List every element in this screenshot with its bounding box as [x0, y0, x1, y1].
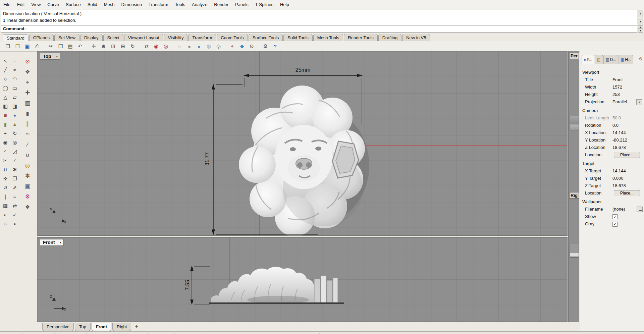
place-button[interactable]: Place...	[614, 190, 640, 196]
gumball-icon[interactable]: ◆	[237, 42, 247, 51]
open-file-icon[interactable]: ❒	[13, 42, 22, 51]
chamfer-icon[interactable]: ◿	[10, 147, 19, 156]
zoom-window-icon[interactable]: ⊡	[109, 42, 118, 51]
copy-object-icon[interactable]: ❐	[10, 174, 19, 183]
orient-icon[interactable]: ⇄	[10, 201, 19, 210]
viewport-label-top[interactable]: Top ▼	[40, 53, 60, 60]
prop-value-filename[interactable]: (none)	[612, 206, 625, 213]
explode-icon[interactable]: ✱	[10, 165, 19, 174]
pipe-icon[interactable]: ▮	[22, 108, 33, 119]
menu-solid[interactable]: Solid	[84, 1, 101, 8]
toolbar-tab-cplanes[interactable]: CPlanes	[29, 34, 54, 41]
array-icon[interactable]: ▦	[1, 201, 10, 210]
new-viewport-tab-button[interactable]: ✚	[135, 324, 138, 329]
ghosted-display-icon[interactable]: ◍	[204, 42, 213, 51]
command-input-scrollbar[interactable]: ▲ ▼	[638, 25, 643, 33]
toggle-filter[interactable]: Filter	[357, 333, 375, 334]
prop-show-checkbox[interactable]: ✓	[612, 214, 618, 219]
scroll-up-button[interactable]: ▲	[638, 10, 643, 17]
menu-transform[interactable]: Transform	[145, 1, 172, 8]
snapshot-icon[interactable]: ▣	[22, 181, 33, 191]
save-icon[interactable]: ▣	[23, 42, 32, 51]
polyline-icon[interactable]: ╱	[1, 65, 10, 74]
revolve-icon[interactable]: ↻	[10, 129, 19, 138]
viewport-menu-arrow-icon[interactable]: ▼	[58, 240, 63, 244]
menu-help[interactable]: Help	[277, 1, 292, 8]
panel-options-gear-icon[interactable]: ⚙	[639, 56, 643, 61]
panel-tab-layers[interactable]: ◧	[595, 55, 603, 64]
scroll-up-button[interactable]: ▲	[638, 25, 643, 29]
prop-value-y-target[interactable]: 0.000	[612, 175, 624, 182]
toggle-grid-snap[interactable]: Grid Snap	[175, 333, 203, 334]
dimension-lines-front[interactable]	[37, 237, 568, 322]
prop-gray-checkbox[interactable]: ✓	[612, 222, 618, 227]
prop-value-z-location[interactable]: 18.678	[612, 144, 626, 151]
help-icon[interactable]: ?	[271, 42, 280, 51]
prop-value-height[interactable]: 253	[612, 91, 620, 98]
toolbar-tab-solid-tools[interactable]: Solid Tools	[283, 34, 313, 41]
menu-panels[interactable]: Panels	[232, 1, 252, 8]
toggle-record-history[interactable]: Record History	[320, 333, 357, 334]
right-view-thumbnail[interactable]	[570, 243, 579, 258]
panel-tab-properties[interactable]: ●P...	[582, 55, 594, 64]
tsplines-box-icon[interactable]: ❖	[22, 67, 33, 77]
toolbar-tab-set-view[interactable]: Set View	[54, 34, 79, 41]
rectangle-icon[interactable]: ▭	[10, 84, 19, 93]
tsplines-stop-icon[interactable]: ⊘	[22, 56, 33, 67]
boolean-union-icon[interactable]: ◉	[1, 138, 10, 147]
viewport-tab-perspective[interactable]: Perspective	[42, 323, 74, 331]
dimension-lines-top[interactable]	[37, 51, 568, 236]
print-icon[interactable]: ⎙	[33, 42, 42, 51]
join-icon[interactable]: ∪	[1, 165, 10, 174]
options-gear-icon[interactable]: ⚙	[261, 42, 270, 51]
collapsed-viewports-strip[interactable]: Per Rig	[568, 51, 579, 322]
toolbar-tab-select[interactable]: Select	[103, 34, 123, 41]
trim-icon[interactable]: ✂	[1, 156, 10, 165]
viewport-label-front[interactable]: Front ▼	[40, 239, 64, 246]
record-history-icon[interactable]: ⊙	[247, 42, 256, 51]
move-object-icon[interactable]: ✛	[1, 174, 10, 183]
zoom-dynamic-icon[interactable]: ⊕	[99, 42, 108, 51]
rotate-object-icon[interactable]: ↺	[1, 183, 10, 192]
analyze-direction-icon[interactable]: ✓	[10, 210, 19, 219]
plane-icon[interactable]: ▱	[10, 93, 19, 102]
settings-gear-icon[interactable]: ⚙	[22, 191, 33, 202]
render-preview-icon[interactable]: ◎	[161, 42, 170, 51]
hide-object-icon[interactable]: ◌	[1, 219, 10, 228]
pan-icon[interactable]: ✛	[89, 42, 98, 51]
prop-value-rotation[interactable]: 0.0	[612, 122, 619, 129]
match-surface-icon[interactable]: ≃	[22, 129, 33, 140]
viewport-tab-top[interactable]: Top	[75, 323, 91, 331]
prop-value-y-location[interactable]: -80.212	[612, 136, 627, 144]
prop-value-x-location[interactable]: 14.144	[612, 129, 626, 136]
menu-render[interactable]: Render	[211, 1, 232, 8]
toggle-planar[interactable]: Planar	[222, 333, 243, 334]
toolbar-tab-viewport-layout[interactable]: Viewport Layout	[124, 34, 163, 41]
boolean-difference-icon[interactable]: ◎	[10, 138, 19, 147]
lock-object-icon[interactable]: ▪	[10, 219, 19, 228]
toolbar-tab-visibility[interactable]: Visibility	[164, 34, 188, 41]
browse-filename-button[interactable]: ...	[637, 207, 643, 212]
weld-points-icon[interactable]: ∪	[22, 150, 33, 160]
render-icon[interactable]: ◉	[152, 42, 161, 51]
prop-value-z-target[interactable]: 18.678	[612, 182, 626, 189]
menu-dimension[interactable]: Dimension	[118, 1, 145, 8]
menu-tools[interactable]: Tools	[172, 1, 189, 8]
rendered-display-icon[interactable]: ●	[195, 42, 204, 51]
cplane-button[interactable]: CPlane	[0, 333, 23, 334]
toolbar-tab-curve-tools[interactable]: Curve Tools	[217, 34, 248, 41]
dimension-text-height[interactable]: 31.77	[204, 144, 210, 174]
scroll-down-button[interactable]: ▼	[638, 29, 643, 33]
split-icon[interactable]: ∕	[10, 156, 19, 165]
cone-icon[interactable]: ▲	[10, 120, 19, 129]
circle-icon[interactable]: ○	[1, 74, 10, 84]
edge-tools-icon[interactable]: ❖	[22, 202, 33, 212]
offset-icon[interactable]: ≡	[10, 192, 19, 201]
toggle-osnap[interactable]: Osnap	[243, 333, 264, 334]
menu-curve[interactable]: Curve	[44, 1, 62, 8]
viewport-top[interactable]: 25mm 31.77 Top ▼ y x	[37, 51, 568, 236]
object-snap-icon[interactable]: ⌖	[228, 42, 237, 51]
viewport-front[interactable]: 7.55 Front ▼ z x	[37, 237, 568, 322]
perspective-thumbnail[interactable]	[570, 116, 579, 130]
command-history-scrollbar[interactable]: ▲ ▼	[638, 10, 643, 25]
